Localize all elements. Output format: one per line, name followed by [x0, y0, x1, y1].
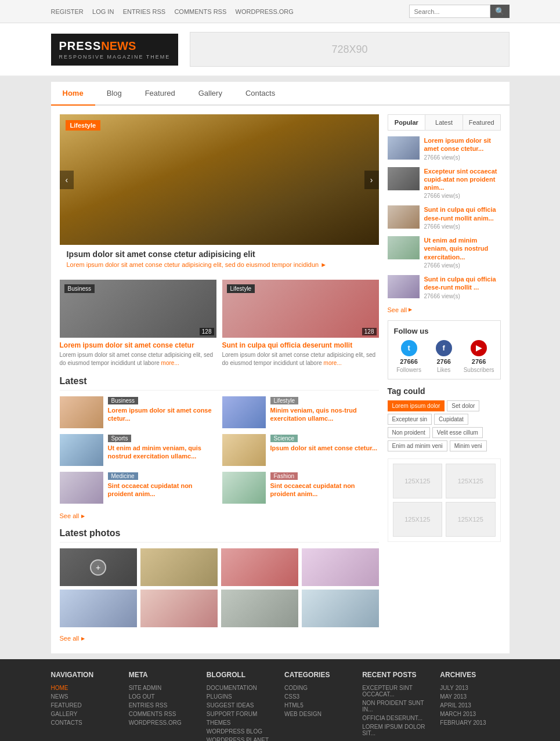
photo-thumb-5[interactable]	[60, 590, 137, 627]
footer-blogroll-wpblog[interactable]: WORDPRESS BLOG	[207, 728, 276, 735]
tag-5[interactable]: Non proident	[388, 427, 430, 438]
topbar-comments-rss[interactable]: COMMENTS RSS	[174, 8, 226, 15]
tag-4[interactable]: Cupidatat	[434, 414, 468, 425]
footer-blogroll-docs[interactable]: DOCUMENTATION	[207, 685, 276, 691]
list-item: Science Ipsum dolor sit amet conse ctetu…	[222, 434, 379, 466]
tag-cloud-title: Tag could	[388, 386, 501, 396]
footer-recent-3[interactable]: Officia deserunt...	[362, 715, 431, 721]
ad-box-1[interactable]: 125X125	[393, 464, 443, 498]
card-business: Business 128 Lorem ipsum dolor sit amet …	[60, 280, 216, 367]
photo-thumb-7[interactable]	[221, 590, 298, 627]
nav-featured[interactable]: Featured	[133, 82, 187, 106]
photo-thumb-1[interactable]: +	[60, 548, 137, 586]
search-button[interactable]: 🔍	[490, 5, 510, 18]
footer-meta-siteadmin[interactable]: SITE ADMIN	[129, 685, 198, 691]
latest-info-2: Lifestyle Minim veniam, quis nos-trud ex…	[270, 396, 379, 424]
footer-archives-title: Archives	[440, 671, 509, 679]
footer-blogroll-wpplanet[interactable]: WORDPRESS PLANET	[207, 737, 276, 741]
latest-see-all[interactable]: See all	[60, 512, 85, 519]
photo-thumb-8[interactable]	[302, 590, 379, 627]
photo-thumb-4[interactable]	[302, 548, 379, 586]
card-business-title[interactable]: Lorem ipsum dolor sit amet conse ctetur	[60, 341, 216, 349]
footer-nav-featured[interactable]: FEATURED	[51, 702, 120, 709]
twitter-icon[interactable]: t	[401, 340, 417, 356]
footer-col-recent: Recent Posts Excepteur sint occacat... N…	[362, 671, 431, 741]
tab-popular[interactable]: Popular	[388, 115, 426, 130]
tab-featured[interactable]: Featured	[463, 115, 500, 130]
footer-cat-html5[interactable]: HTML5	[284, 702, 353, 709]
footer-nav-home[interactable]: HOME	[51, 685, 120, 691]
footer-meta-logout[interactable]: LOG OUT	[129, 693, 198, 700]
tag-3[interactable]: Excepteur sin	[388, 414, 432, 425]
photo-thumb-3[interactable]	[221, 548, 298, 586]
footer-recent-1[interactable]: Excepteur sint occacat...	[362, 685, 431, 697]
footer-blogroll-support[interactable]: SUPPORT FORUM	[207, 711, 276, 717]
footer-meta-wordpress[interactable]: WORDPRESS.ORG	[129, 720, 198, 726]
footer-blogroll-suggest[interactable]: SUGGEST IDEAS	[207, 702, 276, 709]
tab-latest[interactable]: Latest	[425, 115, 463, 130]
sidebar-title-5[interactable]: Sunt in culpa qui officia dese-runt moll…	[424, 275, 501, 292]
photos-see-all[interactable]: See all	[60, 635, 85, 642]
sidebar-title-3[interactable]: Sunt in culpa qui officia dese-runt moll…	[424, 205, 501, 222]
card-lifestyle-title[interactable]: Sunt in culpa qui officia deserunt molli…	[222, 341, 379, 349]
ad-box-2[interactable]: 125X125	[446, 464, 496, 498]
footer-cat-webdesign[interactable]: WEB DESIGN	[284, 711, 353, 717]
card-business-image: Business 128	[60, 280, 216, 338]
topbar-login[interactable]: LOG IN	[92, 8, 114, 15]
card-lifestyle-more[interactable]: more...	[324, 360, 342, 366]
ad-box-4[interactable]: 125X125	[446, 502, 496, 537]
nav-gallery[interactable]: Gallery	[187, 82, 234, 106]
latest-title-2[interactable]: Minim veniam, quis nos-trud exercitation…	[270, 406, 379, 423]
tag-7[interactable]: Enim ad minim veni	[388, 440, 447, 451]
nav-contacts[interactable]: Contacts	[234, 82, 287, 106]
sidebar-title-1[interactable]: Lorem ipsum dolor sit amet conse ctetur.…	[424, 136, 501, 153]
tag-1[interactable]: Lorem ipsum dolor	[388, 400, 445, 411]
footer-nav-gallery[interactable]: GALLERY	[51, 711, 120, 717]
nav-blog[interactable]: Blog	[95, 82, 133, 106]
footer-blogroll-plugins[interactable]: PLUGINS	[207, 693, 276, 700]
footer-archive-may[interactable]: MAY 2013	[440, 693, 509, 700]
footer-cat-coding[interactable]: CODING	[284, 685, 353, 691]
footer-archive-apr[interactable]: APRIL 2013	[440, 702, 509, 709]
latest-title-5[interactable]: Sint occaecat cupidatat non proident ani…	[108, 482, 216, 498]
latest-title-6[interactable]: Sint occaecat cupidatat non proident ani…	[270, 482, 379, 498]
sidebar-thumb-3	[388, 205, 420, 229]
topbar-wordpress[interactable]: WORDPRESS.ORG	[236, 8, 294, 15]
tag-2[interactable]: Set dolor	[447, 400, 479, 411]
footer-meta-commentsrss[interactable]: COMMENTS RSS	[129, 711, 198, 717]
sidebar-title-2[interactable]: Excepteur sint occaecat cupid-atat non p…	[424, 167, 501, 192]
footer-nav-contacts[interactable]: CONTACTS	[51, 720, 120, 726]
hero-next-button[interactable]: ›	[364, 171, 379, 189]
content-area: Lifestyle ‹ › Ipsum dolor sit amet conse…	[51, 106, 510, 653]
sidebar-see-all[interactable]: See all	[388, 306, 413, 313]
topbar-register[interactable]: REGISTER	[51, 8, 84, 15]
sidebar-title-4[interactable]: Ut enim ad minim veniam, quis nostrud ex…	[424, 236, 501, 261]
footer-recent-4[interactable]: Lorem ipsum dolor sit...	[362, 724, 431, 736]
site-logo[interactable]: PRESS NEWS RESPONSIVE MAGAZINE THEME	[51, 34, 179, 66]
card-business-more[interactable]: more...	[161, 360, 179, 366]
footer-archive-feb[interactable]: FEBRUARY 2013	[440, 720, 509, 726]
footer-archive-jul[interactable]: JULY 2013	[440, 685, 509, 691]
topbar-entries-rss[interactable]: ENTRIES RSS	[123, 8, 165, 15]
sidebar-views-5: 27666 view(s)	[424, 293, 460, 299]
ad-box-3[interactable]: 125X125	[393, 502, 443, 537]
sidebar-article-info-2: Excepteur sint occaecat cupid-atat non p…	[424, 167, 501, 200]
youtube-icon[interactable]: ▶	[471, 340, 487, 356]
facebook-icon[interactable]: f	[436, 340, 452, 356]
photo-thumb-6[interactable]	[140, 590, 218, 627]
footer-recent-2[interactable]: Non proident sunt in...	[362, 700, 431, 713]
footer-blogroll-themes[interactable]: THEMES	[207, 720, 276, 726]
hero-prev-button[interactable]: ‹	[60, 171, 74, 189]
latest-title-4[interactable]: Ipsum dolor sit amet conse ctetur...	[270, 444, 379, 452]
photo-thumb-2[interactable]	[140, 548, 218, 586]
footer-nav-news[interactable]: NEWS	[51, 693, 120, 700]
footer-meta-entriesrss[interactable]: ENTRIES RSS	[129, 702, 198, 709]
nav-home[interactable]: Home	[51, 82, 95, 106]
tag-6[interactable]: Velit esse cillum	[432, 427, 483, 438]
tag-8[interactable]: Minim veni	[450, 440, 487, 451]
latest-title-1[interactable]: Lorem ipsum dolor sit amet conse ctetur.…	[108, 406, 216, 423]
footer-cat-css3[interactable]: CSS3	[284, 693, 353, 700]
search-input[interactable]	[409, 5, 490, 18]
footer-archive-mar[interactable]: MARCH 2013	[440, 711, 509, 717]
latest-title-3[interactable]: Ut enim ad minim veniam, quis nostrud ex…	[108, 444, 216, 461]
